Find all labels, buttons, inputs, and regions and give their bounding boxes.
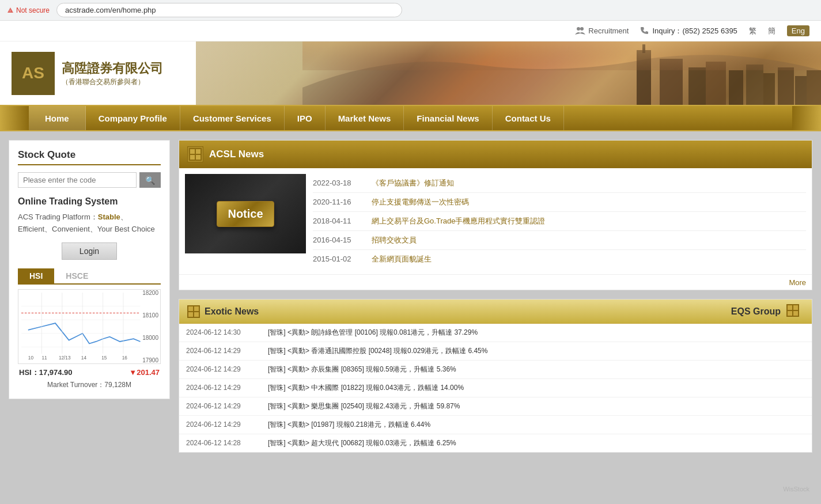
stock-code-input[interactable] [18, 172, 137, 188]
exotic-decoration-icon [187, 305, 200, 318]
news-link-2[interactable]: 停止支援電郵傳送一次性密碼 [372, 197, 469, 207]
acsl-header: ACSL News [179, 141, 812, 168]
svg-rect-8 [729, 70, 743, 105]
svg-rect-36 [196, 155, 200, 160]
lang-en[interactable]: Eng [787, 25, 809, 36]
exotic-link-7[interactable]: [智珠] <異動> 超大現代 [00682] 現報0.03港元，跌幅達 6.25… [268, 438, 456, 448]
acsl-news-box: ACSL News Notice 2022-03-18 《客戶協議書》修訂通知 … [179, 140, 812, 290]
acsl-more-link[interactable]: More [789, 278, 806, 287]
main-content: ACSL News Notice 2022-03-18 《客戶協議書》修訂通知 … [179, 140, 812, 453]
news-image: Notice [185, 174, 306, 253]
svg-rect-40 [188, 312, 193, 317]
svg-text:15: 15 [101, 355, 107, 360]
lang-sc[interactable]: 簡 [768, 26, 775, 36]
exotic-link-6[interactable]: [智珠] <異動> [01987] 現報0.218港元，跌幅達 6.44% [268, 420, 430, 430]
svg-rect-13 [807, 70, 821, 105]
hsi-tabs: HSI HSCE [18, 268, 161, 285]
watermark: WisStock [783, 486, 809, 492]
exotic-link-2[interactable]: [智珠] <異動> 香港通訊國際控股 [00248] 現報0.029港元，跌幅達… [268, 346, 487, 356]
acsl-news-item-3: 2018-04-11 網上交易平台及Go.Trade手機應用程式實行雙重認證 [313, 212, 806, 231]
news-date-3: 2018-04-11 [313, 217, 365, 225]
nav-deco-right [792, 106, 821, 130]
nav-market-news[interactable]: Market News [326, 106, 404, 130]
acsl-news-item-4: 2016-04-15 招聘交收文員 [313, 231, 806, 250]
nav-home[interactable]: Home [29, 106, 86, 130]
exotic-row-7: 2024-06-12 14:28 [智珠] <異動> 超大現代 [00682] … [179, 434, 812, 452]
exotic-row-1: 2024-06-12 14:30 [智珠] <異動> 朗詩綠色管理 [00106… [179, 324, 812, 342]
svg-rect-34 [196, 149, 200, 154]
news-link-5[interactable]: 全新網頁面貌誕生 [372, 254, 432, 264]
svg-rect-10 [763, 73, 775, 105]
hsi-value: HSI：17,974.90 [19, 367, 73, 378]
lang-tc[interactable]: 繁 [749, 26, 756, 36]
ots-title: Online Trading System [18, 196, 161, 207]
exotic-header-left: Exotic News [187, 305, 259, 318]
news-link-3[interactable]: 網上交易平台及Go.Trade手機應用程式實行雙重認證 [372, 216, 545, 226]
exotic-row-6: 2024-06-12 14:29 [智珠] <異動> [01987] 現報0.2… [179, 416, 812, 434]
svg-rect-46 [793, 311, 798, 316]
exotic-link-5[interactable]: [智珠] <異動> 樂思集團 [02540] 現報2.43港元，升幅達 59.8… [268, 401, 460, 411]
nav-contact-us[interactable]: Contact Us [493, 106, 564, 130]
svg-rect-12 [795, 76, 807, 105]
acsl-news-list: 2022-03-18 《客戶協議書》修訂通知 2020-11-16 停止支援電郵… [313, 174, 806, 268]
nav-customer-services[interactable]: Customer Services [180, 106, 285, 130]
svg-rect-44 [793, 305, 798, 310]
svg-rect-41 [194, 312, 199, 317]
content-area: Stock Quote 🔍 Online Trading System ACS … [0, 131, 821, 461]
url-bar[interactable]: acstrade.com/en/home.php [56, 3, 402, 17]
svg-point-1 [577, 27, 580, 31]
exotic-section-title: Exotic News [205, 306, 259, 317]
city-skyline [196, 41, 821, 105]
logo-box: AS [12, 52, 55, 95]
exotic-deco-right [786, 304, 804, 319]
nav-ipo[interactable]: IPO [285, 106, 326, 130]
exotic-row-5: 2024-06-12 14:29 [智珠] <異動> 樂思集團 [02540] … [179, 397, 812, 416]
svg-text:12/13: 12/13 [59, 355, 71, 360]
hsi-chart: 10 11 12/13 14 15 16 [21, 293, 157, 361]
exotic-date-4: 2024-06-12 14:29 [186, 384, 261, 392]
svg-text:14: 14 [81, 355, 87, 360]
svg-rect-31 [187, 146, 203, 162]
site-header: AS 高陞證券有限公司 （香港聯合交易所參與者） [0, 41, 821, 105]
exotic-date-5: 2024-06-12 14:29 [186, 402, 261, 410]
inquiry-info: Inquiry：(852) 2525 6395 [640, 26, 737, 36]
browser-bar: ! Not secure acstrade.com/en/home.php [0, 0, 821, 21]
notice-key-text: Notice [217, 201, 274, 227]
news-link-1[interactable]: 《客戶協議書》修訂通知 [372, 178, 454, 188]
recruitment-link[interactable]: Recruitment [575, 26, 629, 36]
news-link-4[interactable]: 招聘交收文員 [372, 235, 417, 245]
tab-hsi[interactable]: HSI [18, 268, 54, 283]
company-name: 高陞證券有限公司 （香港聯合交易所參與者） [62, 60, 163, 87]
security-indicator: ! Not secure [7, 6, 50, 14]
exotic-link-1[interactable]: [智珠] <異動> 朗詩綠色管理 [00106] 現報0.081港元，升幅達 3… [268, 328, 478, 338]
exotic-date-6: 2024-06-12 14:29 [186, 420, 261, 429]
exotic-link-4[interactable]: [智珠] <異動> 中木國際 [01822] 現報0.043港元，跌幅達 14.… [268, 383, 464, 393]
stock-quote-title: Stock Quote [18, 149, 161, 165]
svg-rect-39 [194, 306, 199, 311]
header-banner [196, 41, 821, 105]
nav-company-profile[interactable]: Company Profile [86, 106, 180, 130]
chart-y-labels: 18200 18100 18000 17900 [142, 290, 158, 363]
svg-rect-38 [188, 306, 193, 311]
svg-rect-9 [746, 65, 763, 105]
exotic-row-4: 2024-06-12 14:29 [智珠] <異動> 中木國際 [01822] … [179, 379, 812, 397]
person-icon [575, 26, 585, 36]
acsl-news-item-1: 2022-03-18 《客戶協議書》修訂通知 [313, 174, 806, 193]
search-button[interactable]: 🔍 [139, 172, 161, 188]
exotic-link-3[interactable]: [智珠] <異動> 亦辰集團 [08365] 現報0.59港元，升幅達 5.36… [268, 365, 456, 374]
acsl-section-title: ACSL News [209, 149, 264, 160]
svg-rect-43 [788, 305, 792, 310]
stock-quote-box: Stock Quote 🔍 Online Trading System ACS … [9, 140, 170, 399]
login-button[interactable]: Login [62, 242, 117, 260]
acsl-decoration-icon [187, 146, 203, 162]
exotic-icon-right [786, 304, 799, 317]
nav-financial-news[interactable]: Financial News [404, 106, 492, 130]
ots-desc: ACS Trading Platform：Stable、Efficient、Co… [18, 211, 161, 236]
svg-rect-6 [688, 67, 706, 105]
tab-hsce[interactable]: HSCE [54, 268, 100, 283]
eqs-title: EQS Group [731, 306, 781, 317]
svg-rect-45 [788, 311, 792, 316]
news-date-1: 2022-03-18 [313, 179, 365, 187]
exotic-header: Exotic News EQS Group [179, 300, 812, 324]
nav-deco-left [0, 106, 29, 130]
